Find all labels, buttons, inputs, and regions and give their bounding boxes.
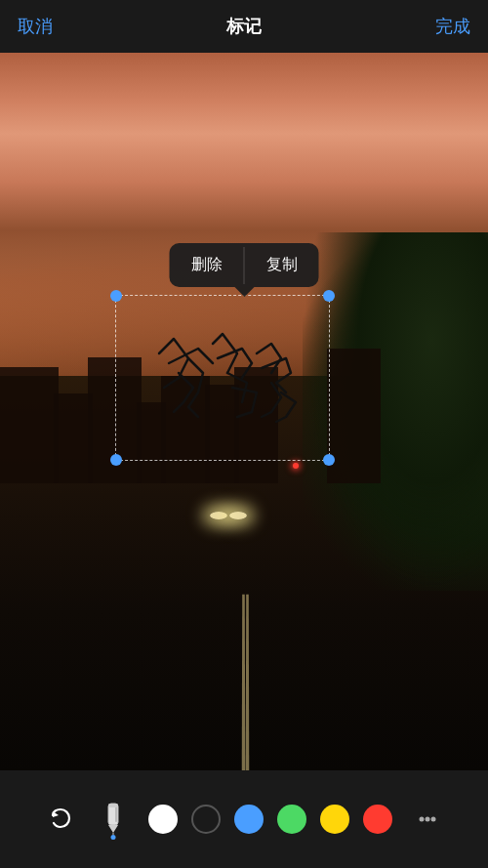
selection-box[interactable] [115, 295, 330, 461]
delete-button[interactable]: 删除 [170, 243, 244, 287]
page-title: 标记 [226, 15, 262, 38]
color-yellow[interactable] [320, 805, 349, 834]
undo-button[interactable] [43, 802, 78, 837]
svg-point-7 [426, 817, 430, 822]
signature-svg [130, 305, 315, 451]
color-red[interactable] [363, 805, 392, 834]
svg-marker-0 [53, 811, 59, 817]
color-blue[interactable] [234, 805, 264, 834]
headlight-left [210, 512, 227, 519]
color-black[interactable] [191, 805, 221, 834]
bottom-toolbar [0, 770, 488, 868]
header: 取消 标记 完成 [0, 0, 488, 53]
pen-tool-button[interactable] [96, 802, 131, 837]
svg-point-8 [431, 817, 436, 822]
headlight-right [229, 512, 247, 519]
color-white[interactable] [148, 805, 178, 834]
photo-area: 删除 复制 [0, 53, 488, 770]
tools-and-colors-row [43, 802, 445, 837]
signature-container [116, 296, 329, 460]
context-menu: 删除 复制 [170, 243, 319, 287]
svg-marker-3 [108, 825, 118, 833]
color-green[interactable] [277, 805, 306, 834]
color-palette [148, 805, 392, 834]
svg-rect-5 [108, 804, 118, 807]
more-icon [414, 806, 441, 833]
more-options-button[interactable] [410, 802, 445, 837]
copy-button[interactable]: 复制 [245, 243, 319, 287]
undo-icon [47, 806, 74, 833]
pen-icon [100, 802, 127, 837]
done-button[interactable]: 完成 [435, 15, 470, 38]
cancel-button[interactable]: 取消 [18, 15, 53, 38]
svg-point-6 [420, 817, 425, 822]
